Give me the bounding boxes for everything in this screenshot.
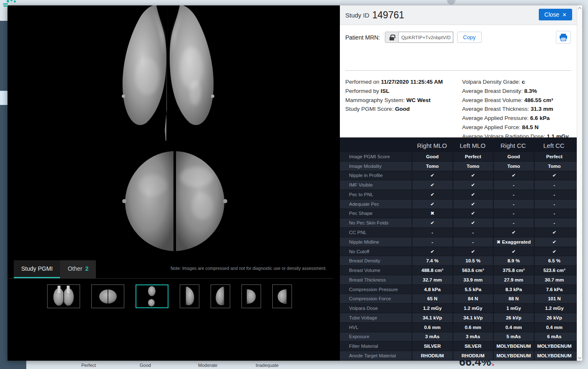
study-details-column: Performed on 11/27/2020 11:25:45 AMPerfo… <box>345 77 457 114</box>
mlo-comparison-image <box>110 5 226 141</box>
thumbnail-mlo-single-left[interactable] <box>211 284 230 308</box>
thumbnail-cc-single-right[interactable] <box>241 284 261 308</box>
metrics-row-label: Image PGMI Score <box>340 154 412 159</box>
thumbnail-strip <box>47 284 292 308</box>
thumbnail-image <box>242 285 261 308</box>
metrics-cell: 3 mAs <box>452 332 493 342</box>
metrics-cell: ✔ <box>534 171 575 180</box>
metrics-row-label: Exposure <box>340 334 412 339</box>
metrics-cell: 488.8 cm³ <box>412 266 452 275</box>
trend-down-arrow-icon: ↘ <box>490 361 495 367</box>
detail-value: 8.3% <box>524 88 537 94</box>
background-chart-strip: Perfect Good Moderate Inadequate 66.4% ↘ <box>26 360 588 369</box>
tab-other-label: Other <box>68 265 82 272</box>
study-id-label: Study ID <box>345 12 369 19</box>
metrics-cell: ✔ <box>412 199 452 209</box>
detail-line: Mammography System: WC West <box>345 96 457 105</box>
metrics-column-header: Left CC <box>534 142 575 149</box>
metrics-cell: 101 N <box>534 294 575 303</box>
metrics-row: IMF Visible✔✔-- <box>340 180 577 190</box>
metrics-row: Breast Thickness32.7 mm33.9 mm27.9 mm30.… <box>340 275 577 285</box>
scroll-up-icon[interactable] <box>578 7 581 10</box>
detail-label: Performed on <box>345 79 381 85</box>
thumbnail-cc-pair[interactable] <box>91 284 124 308</box>
metrics-cell: ✔ <box>534 247 575 256</box>
detail-label: Average Breast Thickness: <box>462 106 531 112</box>
cc-comparison-image <box>119 148 230 254</box>
metrics-cell: - <box>493 218 534 227</box>
close-button[interactable]: Close✕ <box>539 9 572 20</box>
metrics-table-header: Right MLOLeft MLORight CCLeft CC <box>340 139 577 152</box>
metrics-row: Compression Pressure4.8 kPa5.5 kPa8.3 kP… <box>340 285 577 294</box>
volpara-details-column: Volpara Density Grade: cAverage Breast D… <box>462 77 577 141</box>
compression-note: Note: Images are compressed and not for … <box>171 266 327 271</box>
metrics-row: Nipple Midline--✖ Exaggerated✔ <box>340 237 577 247</box>
metrics-row: Breast Density7.4 %10.5 %8.9 %6.5 % <box>340 256 577 266</box>
metrics-cell: 84 N <box>452 294 493 303</box>
metrics-cell: ✔ <box>452 171 493 180</box>
metrics-cell: 523.6 cm³ <box>534 266 575 275</box>
detail-value: WC West <box>406 97 430 103</box>
metrics-cell: SILVER <box>452 342 493 351</box>
metrics-cell: - <box>452 228 493 237</box>
metrics-cell: 10.5 % <box>452 256 493 265</box>
metrics-cell: 65 N <box>412 294 452 303</box>
metrics-cell: - <box>534 199 575 209</box>
detail-value: 6.6 kPa <box>530 115 550 121</box>
metrics-row-label: Tube Voltage <box>340 315 412 320</box>
metrics-cell: ✔ <box>412 171 452 180</box>
metrics-row-label: Volpara Dose <box>340 306 412 311</box>
metrics-row: Compression Force65 N84 N88 N101 N <box>340 294 577 304</box>
metrics-row-label: Adequate Pec <box>340 202 412 207</box>
metrics-row: CC PNL--✔✔ <box>340 228 577 237</box>
thumbnail-mlo-pair[interactable] <box>47 284 80 308</box>
metrics-row: Nipple in Profile✔✔✔✔ <box>340 171 577 181</box>
thumbnail-mlo-single-right[interactable] <box>180 284 199 308</box>
detail-value: Good <box>395 106 410 112</box>
metrics-cell: Tomo <box>412 162 452 171</box>
quality-label-good: Good <box>140 363 151 368</box>
metrics-row-label: No Cutoff <box>340 249 412 254</box>
metrics-row-label: Pec Shape <box>340 211 412 216</box>
metrics-cell: ✔ <box>412 247 452 256</box>
detail-value: 1.1 mGy <box>547 133 569 140</box>
metrics-cell: 0.6 mm <box>412 323 452 332</box>
study-detail-modal: Study PGMI Other 2 Note: Images are comp… <box>8 5 582 361</box>
metrics-cell: ✔ <box>412 190 452 199</box>
metrics-row-label: Nipple in Profile <box>340 173 412 178</box>
metrics-cell: 5.5 kPa <box>452 285 493 294</box>
tab-study-pgmi[interactable]: Study PGMI <box>14 260 60 278</box>
user-avatar[interactable] <box>447 0 455 5</box>
metrics-row-label: Filter Material <box>340 344 412 349</box>
printer-icon <box>559 34 568 41</box>
metrics-cell: - <box>534 218 575 227</box>
print-button[interactable] <box>556 31 571 44</box>
thumbnail-cc-single-left[interactable] <box>272 284 292 308</box>
mrn-input[interactable] <box>399 32 453 43</box>
detail-line: Volpara Density Grade: c <box>462 77 577 87</box>
copy-button[interactable]: Copy <box>457 32 481 43</box>
metrics-cell: ✔ <box>452 190 493 199</box>
detail-label: Mammography System: <box>345 97 406 103</box>
tab-other[interactable]: Other 2 <box>60 260 96 278</box>
metrics-row: HVL0.6 mm0.6 mm0.4 mm0.4 mm <box>340 323 577 332</box>
tab-other-count-badge: 2 <box>85 265 88 272</box>
thumbnail-image <box>48 285 80 308</box>
mrn-lock-button[interactable] <box>385 32 399 43</box>
metrics-cell: - <box>493 190 534 199</box>
detail-line: Average Volpara Radiation Dose: 1.1 mGy <box>462 132 577 141</box>
thumbnail-stacked-pair[interactable] <box>136 284 168 308</box>
viewer-tabbar: Study PGMI Other 2 <box>14 260 96 278</box>
metrics-column-header: Right CC <box>493 142 534 149</box>
detail-line: Average Breast Density: 8.3% <box>462 87 577 96</box>
metrics-row-label: Anode Target Material <box>340 353 412 358</box>
metrics-row-label: Pec to PNL <box>340 192 412 197</box>
metrics-cell: Tomo <box>493 162 534 171</box>
metrics-column-header: Left MLO <box>452 142 493 149</box>
metrics-row-label: Nipple Midline <box>340 239 412 244</box>
metrics-row: No Pec Skin Folds✔✔-- <box>340 218 577 228</box>
scroll-down-icon[interactable] <box>578 356 581 359</box>
modal-scrollbar[interactable] <box>577 5 582 361</box>
metrics-row-label: HVL <box>340 325 412 330</box>
metrics-row: Anode Target MaterialRHODIUMRHODIUMMOLYB… <box>340 351 577 361</box>
